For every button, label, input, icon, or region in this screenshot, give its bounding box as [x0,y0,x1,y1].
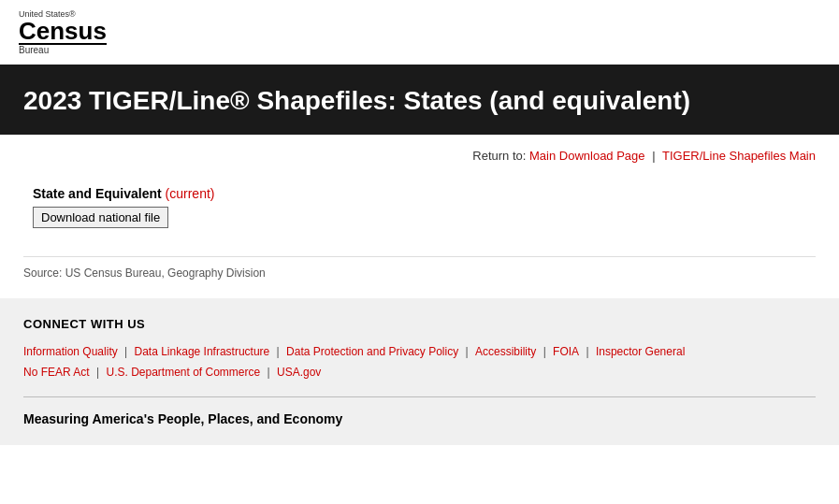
return-links: Return to: Main Download Page | TIGER/Li… [23,149,816,163]
footer-link-4[interactable]: FOIA [553,345,579,358]
footer-link-2[interactable]: Data Protection and Privacy Policy [286,345,458,358]
state-section: State and Equivalent (current) Download … [23,186,816,228]
page-title: 2023 TIGER/Line® Shapefiles: States (and… [23,86,816,116]
footer-pipe: | [94,366,103,379]
footer-pipe: | [583,345,592,358]
footer-link-5[interactable]: Inspector General [596,345,685,358]
footer-links: Information Quality | Data Linkage Infra… [23,342,816,382]
current-label-text: (current) [166,186,215,201]
logo-bottom-text: Bureau [19,45,49,55]
footer-link-0[interactable]: Information Quality [23,345,118,358]
section-title: State and Equivalent [33,186,162,201]
footer-tagline: Measuring America's People, Places, and … [23,411,816,426]
tiger-shapefiles-main-link[interactable]: TIGER/Line Shapefiles Main [662,149,816,163]
footer-link-line2-0[interactable]: No FEAR Act [23,366,90,379]
download-national-file-button[interactable]: Download national file [33,207,168,228]
footer-pipe: | [540,345,549,358]
footer-pipe: | [264,366,273,379]
footer-pipe: | [122,345,131,358]
source-text: Source: US Census Bureau, Geography Divi… [23,256,816,280]
census-logo: United States® Census Bureau [19,9,107,55]
section-header: State and Equivalent (current) [33,186,816,201]
footer-link-1[interactable]: Data Linkage Infrastructure [135,345,270,358]
footer-divider [23,396,816,397]
logo-main-text: Census [19,19,107,45]
main-download-page-link[interactable]: Main Download Page [529,149,645,163]
footer-link-line2-2[interactable]: USA.gov [277,366,321,379]
footer-link-3[interactable]: Accessibility [475,345,536,358]
connect-with-us-title: CONNECT WITH US [23,317,816,331]
footer-pipe: | [273,345,282,358]
site-header: United States® Census Bureau [0,0,839,67]
page-title-banner: 2023 TIGER/Line® Shapefiles: States (and… [0,67,839,135]
main-content: Return to: Main Download Page | TIGER/Li… [0,135,839,298]
footer-pipe: | [462,345,471,358]
footer-link-line2-1[interactable]: U.S. Department of Commerce [106,366,260,379]
link-separator: | [652,149,655,163]
return-to-label: Return to: [472,149,526,163]
footer: CONNECT WITH US Information Quality | Da… [0,298,839,445]
